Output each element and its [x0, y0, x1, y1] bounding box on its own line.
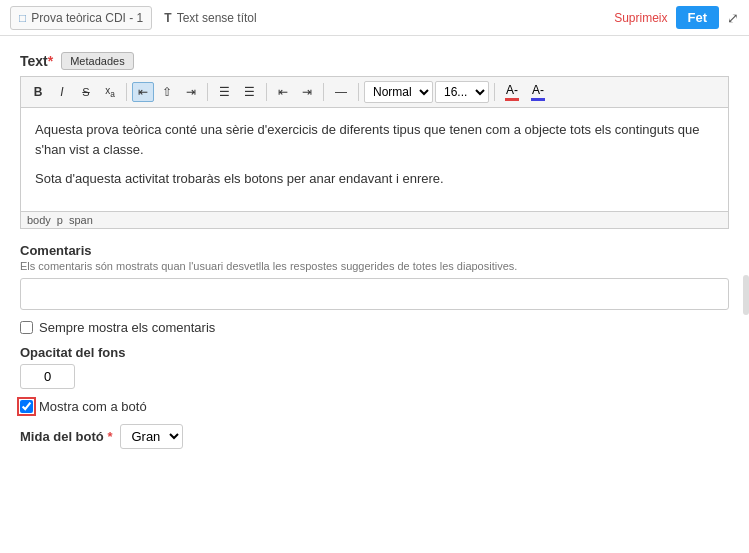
tab-text-label: Text sense títol	[177, 11, 257, 25]
main-content: Text* Metadades B I S xa ⇤ ⇧ ⇥ ☰ ☰ ⇤ ⇥ —…	[0, 36, 749, 553]
show-as-button-row: Mostra com a botó	[20, 399, 729, 414]
status-tag-body: body	[27, 214, 51, 226]
top-bar-right: Suprimeix Fet ⤢	[614, 6, 739, 29]
button-size-row: Mida del botó * Gran Mitjà Petit	[20, 424, 729, 449]
comments-section-title: Comentaris	[20, 243, 729, 258]
toolbar-indent-in[interactable]: ⇥	[296, 82, 318, 102]
expand-icon: ⤢	[727, 10, 739, 26]
rte-status-bar: body p span	[20, 212, 729, 229]
toolbar-align-right[interactable]: ⇥	[180, 82, 202, 102]
expand-button[interactable]: ⤢	[727, 10, 739, 26]
toolbar-separator-6	[494, 83, 495, 101]
text-field-label: Text*	[20, 53, 53, 69]
always-show-comments-row: Sempre mostra els comentaris	[20, 320, 729, 335]
toolbar-size-select[interactable]: 16...	[435, 81, 489, 103]
toolbar-subscript[interactable]: xa	[99, 82, 121, 102]
comments-input[interactable]	[20, 278, 729, 310]
status-tag-p: p	[57, 214, 63, 226]
toolbar-list-ordered[interactable]: ☰	[213, 82, 236, 102]
toolbar-separator-5	[358, 83, 359, 101]
toolbar-strikethrough[interactable]: S	[75, 83, 97, 101]
toolbar-font-color[interactable]: A-	[500, 81, 524, 103]
text-field-header: Text* Metadades	[20, 52, 729, 70]
toolbar-separator-1	[126, 83, 127, 101]
toolbar-list-unordered[interactable]: ☰	[238, 82, 261, 102]
font-color-bar	[505, 98, 519, 101]
metadades-button[interactable]: Metadades	[61, 52, 133, 70]
tab-prova-teorica[interactable]: □ Prova teòrica CDI - 1	[10, 6, 152, 30]
toolbar-separator-3	[266, 83, 267, 101]
toolbar-hr[interactable]: —	[329, 82, 353, 102]
top-bar-left: □ Prova teòrica CDI - 1 T Text sense tít…	[10, 6, 257, 30]
show-as-button-label: Mostra com a botó	[39, 399, 147, 414]
button-size-label: Mida del botó *	[20, 429, 112, 444]
always-show-label: Sempre mostra els comentaris	[39, 320, 215, 335]
always-show-checkbox[interactable]	[20, 321, 33, 334]
tab-prova-icon: □	[19, 11, 26, 25]
rte-content-area[interactable]: Aquesta prova teòrica conté una sèrie d'…	[20, 107, 729, 212]
opacity-input[interactable]	[20, 364, 75, 389]
required-marker: *	[48, 53, 53, 69]
tab-prova-label: Prova teòrica CDI - 1	[31, 11, 143, 25]
toolbar-separator-4	[323, 83, 324, 101]
toolbar-italic[interactable]: I	[51, 82, 73, 102]
toolbar-align-left[interactable]: ⇤	[132, 82, 154, 102]
top-bar: □ Prova teòrica CDI - 1 T Text sense tít…	[0, 0, 749, 36]
toolbar-format-select[interactable]: Normal	[364, 81, 433, 103]
done-button-top[interactable]: Fet	[676, 6, 720, 29]
comments-desc: Els comentaris són mostrats quan l'usuar…	[20, 260, 729, 272]
tab-text-sense-titol[interactable]: T Text sense títol	[164, 11, 256, 25]
button-size-select[interactable]: Gran Mitjà Petit	[120, 424, 183, 449]
opacity-label: Opacitat del fons	[20, 345, 729, 360]
bg-color-bar	[531, 98, 545, 101]
toolbar-align-center[interactable]: ⇧	[156, 82, 178, 102]
show-as-button-checkbox[interactable]	[20, 400, 33, 413]
delete-button-top[interactable]: Suprimeix	[614, 11, 667, 25]
rte-paragraph-1: Aquesta prova teòrica conté una sèrie d'…	[35, 120, 714, 159]
toolbar-bg-color[interactable]: A-	[526, 81, 550, 103]
resize-handle[interactable]	[743, 275, 749, 315]
tab-text-icon: T	[164, 11, 171, 25]
toolbar-separator-2	[207, 83, 208, 101]
toolbar-indent-out[interactable]: ⇤	[272, 82, 294, 102]
status-tag-span: span	[69, 214, 93, 226]
rte-toolbar: B I S xa ⇤ ⇧ ⇥ ☰ ☰ ⇤ ⇥ — Normal 16... A-…	[20, 76, 729, 107]
toolbar-bold[interactable]: B	[27, 82, 49, 102]
rte-paragraph-2: Sota d'aquesta activitat trobaràs els bo…	[35, 169, 714, 189]
